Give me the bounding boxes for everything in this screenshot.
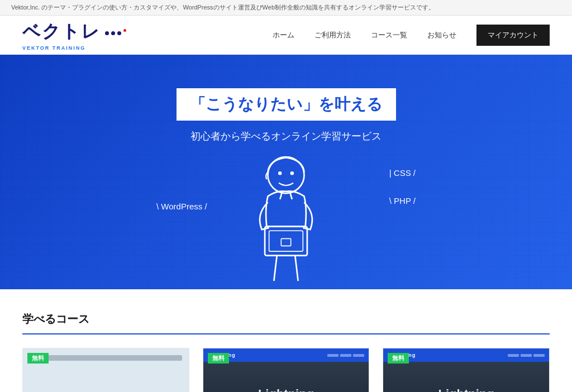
courses-header: 学べるコース — [22, 312, 550, 334]
nav-how-to-use[interactable]: ご利用方法 — [314, 30, 351, 40]
top-bar-text: Vektor,Inc. のテーマ・プラグインの使い方・カスタマイズや、WordP… — [11, 4, 435, 11]
my-account-button[interactable]: マイアカウント — [476, 25, 550, 46]
dot-2 — [111, 31, 115, 35]
hero-illustration — [219, 142, 353, 289]
logo-area: ベクトレ VEKTOR TRAINING — [22, 20, 126, 51]
course-thumb-3: 無料 Lightning Lightning シンプルでカスタマイズしやすい W… — [383, 348, 549, 392]
logo-dots — [105, 28, 126, 35]
site-header: ベクトレ VEKTOR TRAINING ホーム ご利用方法 コース一覧 お知ら… — [0, 16, 572, 55]
svg-point-2 — [290, 171, 294, 175]
lightning-nav-2 — [327, 354, 364, 357]
nav-dot — [508, 354, 519, 357]
svg-point-1 — [278, 171, 282, 175]
nav-home[interactable]: ホーム — [273, 30, 294, 40]
free-badge-3: 無料 — [388, 353, 409, 364]
dot-1 — [105, 31, 109, 35]
hero-subtitle: 初心者から学べるオンライン学習サービス — [190, 130, 382, 143]
top-bar: Vektor,Inc. のテーマ・プラグインの使い方・カスタマイズや、WordP… — [0, 0, 572, 16]
svg-line-9 — [295, 256, 298, 281]
hero-section: 「こうなりたい」を叶える 初心者から学べるオンライン学習サービス \ WordP… — [0, 55, 572, 289]
courses-title: 学べるコース — [22, 312, 550, 327]
dot-red — [123, 29, 126, 32]
courses-grid: 無料 しっかり解説できますっと遊える サンプルの無料コース — [22, 348, 550, 392]
free-badge-2: 無料 — [208, 353, 229, 364]
thumb-content — [104, 364, 107, 392]
course-card-2[interactable]: 無料 Lightning Lightning シンプルでカスタマイズしやすい W… — [203, 348, 370, 392]
hero-content: 「こうなりたい」を叶える 初心者から学べるオンライン学習サービス — [0, 55, 572, 143]
hero-title-box: 「こうなりたい」を叶える — [177, 88, 396, 121]
nav-dot — [327, 354, 339, 357]
course-thumb-1: 無料 — [23, 348, 189, 392]
label-css: | CSS / — [389, 168, 416, 178]
lightning-nav-3 — [508, 354, 545, 357]
label-php: \ PHP / — [389, 196, 416, 205]
svg-line-4 — [290, 193, 292, 199]
lightning-body-2: Lightning シンプルでカスタマイズしやすい WordPressテーマ — [203, 362, 369, 392]
nav-dot — [353, 354, 364, 357]
lightning-title-2: Lightning — [258, 387, 314, 392]
logo-subtitle: VEKTOR TRAINING — [22, 45, 85, 51]
course-card-1[interactable]: 無料 しっかり解説できますっと遊える サンプルの無料コース — [22, 348, 189, 392]
thumb-bar — [30, 355, 182, 361]
hero-title: 「こうなりたい」を叶える — [190, 95, 383, 113]
free-badge-1: 無料 — [27, 353, 49, 364]
logo-brand: ベクトレ VEKTOR TRAINING — [22, 20, 126, 51]
nav-dot — [521, 354, 532, 357]
lightning-body-3: Lightning シンプルでカスタマイズしやすい WordPressテーマ — [383, 362, 549, 392]
main-nav: ホーム ご利用方法 コース一覧 お知らせ マイアカウント — [273, 25, 550, 46]
svg-line-8 — [274, 256, 277, 281]
courses-section: 学べるコース 無料 — [0, 289, 572, 392]
nav-dot — [533, 354, 545, 357]
logo-text: ベクトレ — [22, 20, 101, 44]
svg-line-3 — [280, 193, 282, 199]
nav-dot — [340, 354, 351, 357]
svg-rect-6 — [269, 231, 303, 251]
label-wordpress: \ WordPress / — [156, 202, 207, 211]
nav-courses[interactable]: コース一覧 — [371, 30, 407, 40]
dot-3 — [117, 31, 121, 35]
course-card-3[interactable]: 無料 Lightning Lightning シンプルでカスタマイズしやすい W… — [383, 348, 550, 392]
lightning-title-3: Lightning — [438, 387, 494, 392]
course-thumb-2: 無料 Lightning Lightning シンプルでカスタマイズしやすい W… — [203, 348, 369, 392]
nav-news[interactable]: お知らせ — [427, 30, 456, 40]
svg-rect-7 — [281, 238, 290, 246]
